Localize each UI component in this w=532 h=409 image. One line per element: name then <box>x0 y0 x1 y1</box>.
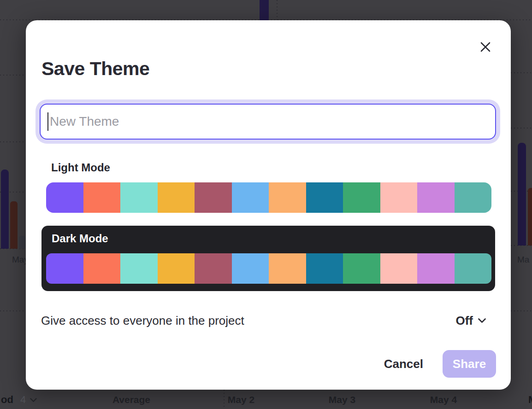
access-dropdown-value: Off <box>455 314 473 328</box>
access-row: Give access to everyone in the project O… <box>41 310 486 331</box>
dialog-actions: Cancel Share <box>384 350 496 378</box>
palette-swatch <box>46 253 83 284</box>
dark-mode-preview-card: Dark Mode <box>41 226 495 291</box>
palette-swatch <box>269 182 306 213</box>
access-dropdown[interactable]: Off <box>455 314 486 328</box>
palette-swatch <box>232 253 269 284</box>
dialog-title: Save Theme <box>41 58 149 80</box>
access-label: Give access to everyone in the project <box>41 314 244 328</box>
share-button[interactable]: Share <box>443 350 496 378</box>
chart-bar <box>528 188 532 245</box>
chevron-down-icon <box>478 318 486 323</box>
palette-swatch <box>120 182 158 213</box>
save-theme-dialog: Save Theme Theme Name Light Mode Dark Mo… <box>26 20 511 390</box>
palette-swatch <box>343 182 380 213</box>
dark-mode-label: Dark Mode <box>52 232 108 245</box>
x-axis-label: May 2 <box>228 394 254 405</box>
light-mode-palette <box>46 182 491 213</box>
theme-name-field-wrapper <box>40 104 496 140</box>
chevron-down-icon <box>30 398 37 402</box>
palette-swatch <box>380 182 418 213</box>
period-selector: od4 <box>1 394 37 406</box>
chart-bar <box>518 143 526 245</box>
cancel-button[interactable]: Cancel <box>384 357 423 371</box>
palette-swatch <box>46 182 83 213</box>
close-icon <box>480 42 491 52</box>
palette-swatch <box>195 253 232 284</box>
x-axis-label: Average <box>112 394 150 405</box>
text-caret <box>47 112 48 131</box>
chart-bar <box>10 201 18 249</box>
palette-swatch <box>306 182 343 213</box>
x-axis-label: May 3 <box>329 394 355 405</box>
theme-name-input[interactable] <box>40 104 496 140</box>
period-selector-label: od <box>1 394 13 406</box>
palette-swatch <box>232 182 269 213</box>
palette-swatch <box>455 182 492 213</box>
close-button[interactable] <box>475 37 496 57</box>
dark-mode-palette <box>46 253 491 284</box>
chart-bar <box>260 0 269 20</box>
chart-bar <box>1 169 9 249</box>
light-mode-label: Light Mode <box>51 161 110 174</box>
palette-swatch <box>195 182 232 213</box>
palette-swatch <box>83 182 121 213</box>
palette-swatch <box>83 253 121 284</box>
palette-swatch <box>306 253 343 284</box>
period-selector-number: 4 <box>20 394 26 406</box>
palette-swatch <box>120 253 158 284</box>
palette-swatch <box>417 253 455 284</box>
palette-swatch <box>158 253 195 284</box>
palette-swatch <box>455 253 492 284</box>
palette-swatch <box>158 182 195 213</box>
x-axis-label-clipped: M <box>528 394 532 406</box>
chart-bar <box>19 236 25 249</box>
palette-swatch <box>417 182 455 213</box>
right-bar-label: Ma <box>517 255 529 265</box>
palette-swatch <box>380 253 418 284</box>
palette-swatch <box>343 253 380 284</box>
x-axis-label: May 4 <box>430 394 457 405</box>
palette-swatch <box>269 253 306 284</box>
